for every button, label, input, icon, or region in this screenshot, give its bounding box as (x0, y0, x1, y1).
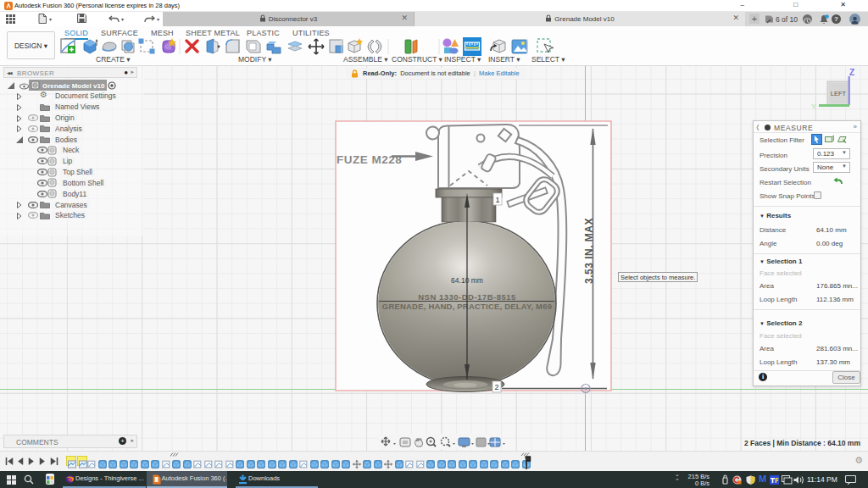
svg-text:FUZE M228: FUZE M228 (337, 153, 402, 166)
svg-text:1: 1 (495, 196, 499, 204)
svg-text:Z: Z (849, 68, 854, 77)
svg-text:64.10 mm: 64.10 mm (451, 276, 483, 285)
svg-text:LEFT: LEFT (831, 90, 847, 97)
svg-text:Y: Y (811, 103, 816, 111)
svg-text:2: 2 (494, 383, 498, 391)
svg-text:3.53 IN. MAX: 3.53 IN. MAX (583, 218, 595, 284)
